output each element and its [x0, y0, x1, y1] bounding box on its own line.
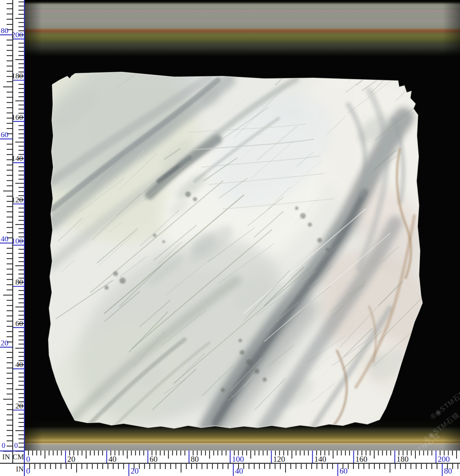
ruler-label: 140	[11, 154, 23, 163]
unit-label-in: IN	[0, 451, 12, 463]
ruler-label: 160	[11, 113, 23, 122]
ruler-label: 160	[356, 455, 368, 463]
ruler-label: 200	[11, 30, 23, 39]
ruler-label: 180	[397, 455, 409, 463]
ruler-label: 80	[191, 455, 199, 463]
ruler-unit-header-in: IN	[0, 464, 25, 474]
ruler-label: 20	[67, 455, 75, 463]
ruler-label: 40	[235, 467, 243, 475]
ruler-label: 40	[108, 455, 116, 463]
ruler-label: 0	[26, 455, 30, 463]
ruler-label: 140	[314, 455, 326, 463]
ruler-label: 80	[15, 278, 23, 286]
ruler-label: 60	[1, 130, 8, 139]
unit-label-in: IN	[16, 465, 24, 474]
ruler-label: 20	[15, 401, 23, 410]
ruler-label: 120	[273, 455, 285, 463]
unit-label-cm: CM	[12, 451, 24, 463]
ruler-label: 40	[15, 360, 23, 369]
ruler-label: 60	[15, 319, 23, 328]
ruler-label: 180	[11, 71, 23, 80]
ruler-label: 80	[444, 467, 452, 475]
ruler-label: 120	[11, 195, 23, 204]
ruler-label: 60	[150, 455, 158, 463]
ruler-unit-header: IN CM	[0, 451, 24, 463]
ruler-label: 200	[438, 455, 450, 463]
ruler-label: 20	[131, 467, 139, 475]
ruler-label: 20	[1, 338, 8, 347]
slab-scan-viewport: ®◉STM石猫 ®◉STM石猫 ®◉STM石猫 2040608020406080…	[0, 0, 460, 476]
ruler-label: 0	[26, 467, 30, 475]
ruler-label: 80	[1, 26, 8, 35]
measurement-rulers: 2040608020406080100120140160180200020406…	[0, 0, 460, 476]
left-in-ruler-zero: 0	[0, 441, 7, 450]
left-cm-ruler-zero: 0	[13, 441, 20, 450]
ruler-label: 60	[340, 467, 348, 475]
ruler-label: 40	[1, 234, 8, 243]
ruler-label: 100	[11, 236, 23, 245]
ruler-label: 100	[232, 455, 244, 463]
